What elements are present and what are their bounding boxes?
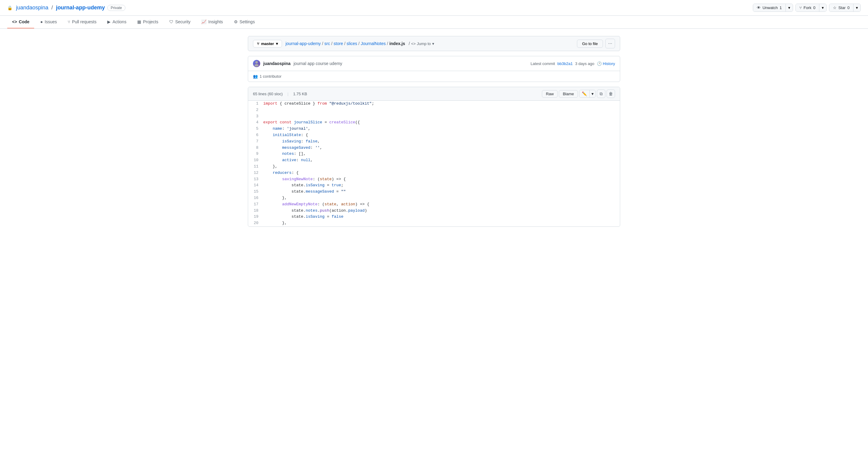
table-row: 10 active: null,	[248, 157, 620, 163]
breadcrumb-store-link[interactable]: store	[334, 41, 343, 46]
tab-actions[interactable]: ▶ Actions	[102, 16, 131, 28]
edit-button[interactable]: ✏️	[579, 90, 590, 97]
svg-point-1	[254, 64, 259, 66]
line-number[interactable]: 18	[248, 208, 263, 214]
fork-icon: ⑂	[799, 5, 802, 10]
repo-owner-link[interactable]: juandaospina	[16, 4, 49, 11]
breadcrumb-left: ⑂ master ▾ journal-app-udemy / src / sto…	[253, 40, 434, 48]
line-number[interactable]: 2	[248, 107, 263, 113]
svg-point-0	[255, 61, 258, 63]
actions-icon: ▶	[107, 19, 111, 24]
tab-issues-label: Issues	[45, 19, 57, 24]
projects-icon: ▦	[137, 19, 141, 24]
code-table: 1import { createSlice } from "@reduxjs/t…	[248, 101, 620, 226]
line-number[interactable]: 20	[248, 220, 263, 226]
commit-author: juandaospina journal app course udemy	[253, 60, 342, 67]
star-button[interactable]: ☆ Star 0	[829, 4, 853, 11]
line-number[interactable]: 6	[248, 132, 263, 139]
commit-author-name[interactable]: juandaospina	[263, 61, 290, 66]
line-number[interactable]: 4	[248, 119, 263, 126]
blame-button[interactable]: Blame	[559, 90, 578, 98]
lock-icon: 🔒	[7, 5, 12, 10]
tab-pull-requests[interactable]: ⑂ Pull requests	[63, 16, 101, 28]
star-dropdown[interactable]: ▾	[853, 4, 861, 11]
line-number[interactable]: 8	[248, 145, 263, 151]
edit-dropdown[interactable]: ▾	[590, 90, 595, 97]
unwatch-dropdown[interactable]: ▾	[785, 4, 793, 11]
fork-count: 0	[813, 5, 815, 10]
star-label: Star	[838, 5, 846, 10]
history-link[interactable]: 🕐 History	[597, 61, 615, 66]
line-number[interactable]: 16	[248, 195, 263, 202]
table-row: 12 reducers: {	[248, 170, 620, 176]
line-number[interactable]: 13	[248, 176, 263, 183]
table-row: 13 savingNewNote: (state) => {	[248, 176, 620, 183]
unwatch-count: 1	[779, 5, 781, 10]
line-content: state.isSaving = false	[263, 214, 620, 220]
fork-button[interactable]: ⑂ Fork 0	[796, 4, 819, 11]
tab-actions-label: Actions	[113, 19, 126, 24]
table-row: 6 initialState: {	[248, 132, 620, 139]
delete-button[interactable]: 🗑	[607, 90, 615, 98]
jump-to-chevron: ▾	[432, 41, 434, 46]
copy-button[interactable]: ⧉	[597, 90, 606, 98]
tab-settings[interactable]: ⚙ Settings	[229, 16, 260, 28]
code-icon-small: <>	[411, 41, 415, 46]
tab-security[interactable]: 🛡 Security	[164, 16, 195, 28]
tab-insights[interactable]: 📈 Insights	[196, 16, 227, 28]
code-container: 1import { createSlice } from "@reduxjs/t…	[248, 101, 620, 226]
table-row: 2	[248, 107, 620, 113]
breadcrumb-src-link[interactable]: src	[324, 41, 330, 46]
line-number[interactable]: 1	[248, 101, 263, 107]
table-row: 19 state.isSaving = false	[248, 214, 620, 220]
branch-selector[interactable]: ⑂ master ▾	[253, 40, 282, 48]
unwatch-label: Unwatch	[763, 5, 778, 10]
branch-chevron: ▾	[276, 41, 278, 46]
line-number[interactable]: 12	[248, 170, 263, 176]
table-row: 1import { createSlice } from "@reduxjs/t…	[248, 101, 620, 107]
tab-issues[interactable]: ● Issues	[35, 16, 62, 28]
tab-code[interactable]: <> Code	[7, 16, 34, 28]
insights-icon: 📈	[201, 19, 207, 24]
breadcrumb-slices-link[interactable]: slices	[347, 41, 357, 46]
line-number[interactable]: 17	[248, 202, 263, 208]
unwatch-button[interactable]: 👁 Unwatch 1	[753, 4, 785, 11]
jump-to-button[interactable]: <> Jump to ▾	[411, 41, 434, 46]
raw-button[interactable]: Raw	[542, 90, 558, 98]
table-row: 20 },	[248, 220, 620, 226]
line-number[interactable]: 7	[248, 139, 263, 145]
star-icon: ☆	[833, 5, 837, 10]
line-content	[263, 113, 620, 120]
breadcrumb-repo-link[interactable]: journal-app-udemy	[286, 41, 321, 46]
line-number[interactable]: 9	[248, 151, 263, 157]
edit-icon: ✏️	[582, 91, 587, 96]
line-number[interactable]: 5	[248, 126, 263, 132]
fork-dropdown[interactable]: ▾	[819, 4, 826, 11]
commit-hash-link[interactable]: bb3b2a1	[557, 61, 573, 66]
tab-projects-label: Projects	[143, 19, 158, 24]
fork-label: Fork	[804, 5, 811, 10]
line-number[interactable]: 19	[248, 214, 263, 220]
table-row: 4export const journalSlice = createSlice…	[248, 119, 620, 126]
line-number[interactable]: 14	[248, 182, 263, 189]
line-number[interactable]: 3	[248, 113, 263, 120]
line-content: },	[263, 163, 620, 170]
go-to-file-button[interactable]: Go to file	[577, 40, 603, 48]
contributors-bar: 👥 1 contributor	[248, 71, 620, 82]
settings-icon: ⚙	[234, 19, 238, 24]
line-number[interactable]: 15	[248, 189, 263, 195]
line-number[interactable]: 11	[248, 163, 263, 170]
tab-code-label: Code	[19, 19, 29, 24]
breadcrumb-journal-link[interactable]: JournalNotes	[361, 41, 386, 46]
file-view: 65 lines (60 sloc) | 1.75 KB Raw Blame ✏…	[248, 87, 620, 227]
latest-commit-label: Latest commit	[530, 61, 555, 66]
trash-icon: 🗑	[609, 91, 613, 96]
repo-name-link[interactable]: journal-app-udemy	[56, 4, 105, 11]
commit-message: journal app course udemy	[293, 61, 342, 66]
table-row: 16 },	[248, 195, 620, 202]
tab-projects[interactable]: ▦ Projects	[132, 16, 163, 28]
more-options-button[interactable]: ···	[606, 39, 615, 49]
contributors-icon: 👥	[253, 74, 258, 79]
breadcrumb-actions: Go to file ···	[577, 39, 615, 49]
line-number[interactable]: 10	[248, 157, 263, 163]
